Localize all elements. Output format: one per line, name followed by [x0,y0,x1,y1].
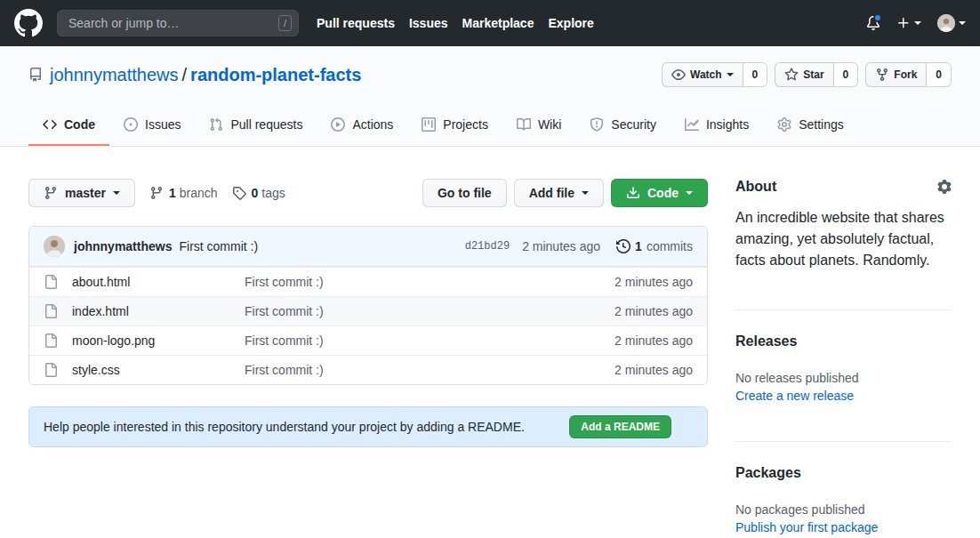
file-updated: 2 minutes ago [615,304,693,318]
commit-history-link[interactable]: 1 commits [616,239,693,253]
file-commit-message[interactable]: First commit :) [245,275,615,289]
file-icon [44,333,58,348]
commit-count-number: 1 [635,239,642,253]
releases-empty-text: No releases published [735,371,952,385]
repo-forked-icon [875,68,889,82]
file-link[interactable]: style.css [72,363,245,377]
tab-issues[interactable]: Issues [109,107,195,146]
commit-sha-link[interactable]: d21bd29 [465,240,510,253]
tab-code[interactable]: Code [28,107,109,146]
star-button[interactable]: Star [775,62,833,87]
file-commit-message[interactable]: First commit :) [245,304,615,318]
tab-issues-label: Issues [145,117,181,132]
play-icon [331,117,345,132]
git-branch-icon [149,186,164,200]
repo-book-icon [28,68,43,82]
gear-icon [777,117,791,132]
tab-actions-label: Actions [352,117,393,132]
user-avatar [937,14,955,32]
fork-count[interactable]: 0 [927,62,952,87]
fork-button[interactable]: Fork [865,62,927,87]
tags-link[interactable]: 0 tags [232,186,285,200]
table-row[interactable]: index.html First commit :) 2 minutes ago [29,296,707,325]
breadcrumb-separator: / [182,65,188,84]
star-count[interactable]: 0 [834,62,859,87]
edit-about-gear-icon[interactable] [937,180,952,194]
commit-count-word: commits [647,239,693,253]
nav-marketplace[interactable]: Marketplace [462,16,534,30]
star-group: Star 0 [775,62,858,87]
commit-author-avatar[interactable] [44,236,65,257]
plus-icon [896,16,911,30]
search-input[interactable] [57,10,299,36]
chevron-down-icon [686,191,693,198]
main-content: master 1 branch 0 tags Go to file Add fi… [0,147,980,534]
packages-title: Packages [735,465,952,481]
tab-insights-label: Insights [706,117,749,132]
code-icon [43,117,57,132]
file-link[interactable]: about.html [72,275,245,289]
nav-issues[interactable]: Issues [409,16,448,30]
code-download-button[interactable]: Code [611,179,708,207]
file-browser-column: master 1 branch 0 tags Go to file Add fi… [28,179,708,534]
github-logo-icon[interactable] [14,9,43,37]
file-link[interactable]: index.html [72,304,245,318]
add-file-button[interactable]: Add file [514,179,604,207]
watch-label: Watch [690,68,722,81]
create-new-menu[interactable] [896,16,921,30]
code-button-label: Code [647,186,679,200]
chevron-down-icon [914,21,921,28]
packages-empty-text: No packages published [735,502,952,517]
notifications-button[interactable] [866,16,880,30]
table-row[interactable]: about.html First commit :) 2 minutes ago [29,267,707,296]
branch-count: 1 [169,186,176,200]
file-commit-message[interactable]: First commit :) [245,333,615,348]
repository-header: johnnymatthews/random-planet-facts Watch… [0,46,980,147]
repo-name-link[interactable]: random-planet-facts [190,65,361,84]
table-row[interactable]: style.css First commit :) 2 minutes ago [29,355,707,384]
user-menu[interactable] [937,14,966,32]
chevron-down-icon [582,191,589,198]
tab-actions[interactable]: Actions [317,107,407,146]
watch-button[interactable]: Watch [662,62,743,87]
repo-owner-link[interactable]: johnnymatthews [50,65,179,84]
file-commit-message[interactable]: First commit :) [245,363,615,377]
tab-insights[interactable]: Insights [671,107,763,146]
file-updated: 2 minutes ago [615,333,693,348]
about-description: An incredible website that shares amazin… [735,207,952,271]
commit-time: 2 minutes ago [522,239,600,253]
graph-icon [685,117,699,132]
nav-explore[interactable]: Explore [548,16,593,30]
releases-section: Releases No releases published Create a … [735,309,952,403]
tab-security[interactable]: Security [575,107,671,146]
about-title: About [735,179,776,195]
commit-author-link[interactable]: johnnymatthews [74,239,172,253]
repo-sidebar: About An incredible website that shares … [735,179,952,534]
add-readme-button[interactable]: Add a README [569,415,671,438]
file-link[interactable]: moon-logo.png [72,333,245,348]
releases-title: Releases [735,333,952,349]
fork-group: Fork 0 [865,62,952,87]
branch-selector-button[interactable]: master [28,179,135,207]
readme-banner-text: Help people interested in this repositor… [44,420,569,434]
publish-package-link[interactable]: Publish your first package [735,520,878,534]
search-box: / [57,10,299,36]
watch-group: Watch 0 [662,62,767,87]
repo-breadcrumb: johnnymatthews/random-planet-facts [50,65,361,85]
repo-social-actions: Watch 0 Star 0 Fork 0 [662,62,952,87]
tab-projects-label: Projects [443,117,488,132]
book-icon [517,117,531,132]
table-row[interactable]: moon-logo.png First commit :) 2 minutes … [29,325,707,355]
tab-projects[interactable]: Projects [407,107,502,146]
nav-pull-requests[interactable]: Pull requests [317,16,395,30]
topnav-right-controls [866,14,966,32]
tab-wiki[interactable]: Wiki [502,107,575,146]
tab-pull-requests[interactable]: Pull requests [195,107,317,146]
tab-settings[interactable]: Settings [763,107,858,146]
go-to-file-button[interactable]: Go to file [422,179,507,207]
branches-link[interactable]: 1 branch [149,186,218,200]
watch-count[interactable]: 0 [743,62,768,87]
create-release-link[interactable]: Create a new release [735,389,854,403]
tag-icon [232,186,246,200]
commit-message-link[interactable]: First commit :) [179,239,258,253]
